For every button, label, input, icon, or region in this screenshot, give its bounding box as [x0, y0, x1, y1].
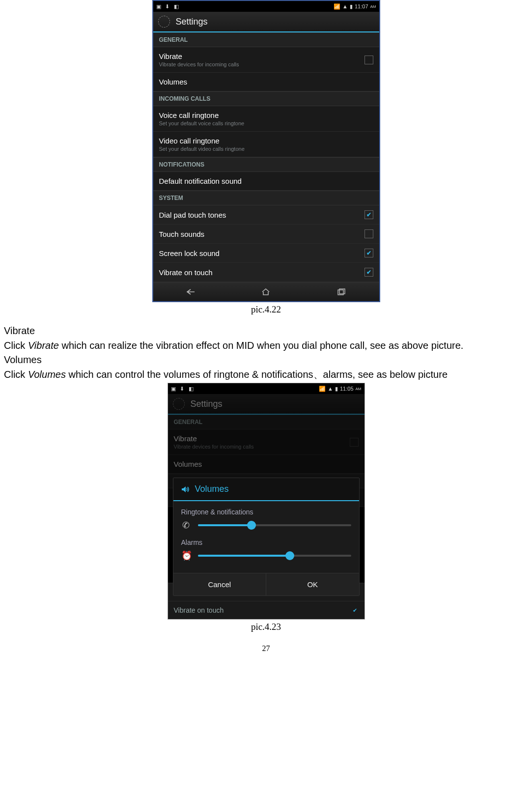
clock-ampm: AM — [370, 4, 376, 9]
bg-checkbox-vibrate — [350, 438, 359, 447]
ok-button[interactable]: OK — [266, 573, 359, 595]
clock-time: 11:07 — [355, 3, 368, 9]
body-vibrate-paragraph: Click Vibrate which can realize the vibr… — [0, 340, 532, 352]
row-vibtouch-title: Vibrate on touch — [159, 268, 213, 277]
status-notification-icon: ▣ — [156, 3, 162, 9]
row-volumes[interactable]: Volumes — [153, 73, 379, 91]
row-default-notification[interactable]: Default notification sound — [153, 172, 379, 191]
status-app-icon: ◧ — [189, 386, 195, 392]
section-general: GENERAL — [153, 32, 379, 47]
row-vibrate-on-touch[interactable]: Vibrate on touch — [153, 263, 379, 282]
wifi-icon: 📶 — [319, 386, 326, 392]
gear-icon — [158, 16, 170, 28]
section-system: SYSTEM — [153, 191, 379, 205]
body-volumes-heading: Volumes — [0, 354, 532, 367]
row-video-title: Video call ringtone — [159, 137, 245, 145]
page-number: 27 — [0, 644, 532, 653]
signal-icon: ▲ — [328, 386, 333, 392]
slider-ringtone[interactable] — [198, 524, 351, 526]
slider-ringtone-fill — [198, 524, 252, 526]
app-title: Settings — [176, 17, 208, 27]
battery-icon: ▮ — [335, 386, 338, 392]
body-volumes-paragraph: Click Volumes which can control the volu… — [0, 368, 532, 381]
cancel-button[interactable]: Cancel — [173, 573, 267, 595]
slider-alarms-thumb[interactable] — [285, 551, 294, 560]
signal-icon: ▲ — [342, 3, 348, 9]
row-dialpad-title: Dial pad touch tones — [159, 211, 226, 219]
back-button[interactable] — [184, 286, 197, 297]
app-title-2: Settings — [191, 399, 223, 409]
clock-ampm-2: AM — [356, 387, 362, 391]
bg-row-vibtouch: Vibrate on touch — [168, 601, 364, 619]
row-default-notification-title: Default notification sound — [159, 177, 242, 185]
section-incoming-calls: INCOMING CALLS — [153, 91, 379, 106]
row-dialpad-tones[interactable]: Dial pad touch tones — [153, 205, 379, 225]
bg-check-vibtouch — [352, 607, 359, 614]
body-vibrate-heading: Vibrate — [0, 325, 532, 338]
recent-apps-button[interactable] — [335, 286, 348, 297]
row-vibrate[interactable]: Vibrate Vibrate devices for incoming cal… — [153, 47, 379, 73]
status-bar: ▣ ⬇ ◧ 📶 ▲ ▮ 11:07 AM — [153, 1, 379, 12]
label-ringtone: Ringtone & notifications — [181, 508, 351, 516]
row-vibrate-subtitle: Vibrate devices for incoming calls — [159, 61, 239, 67]
row-lock-title: Screen lock sound — [159, 249, 220, 257]
bg-row-volumes: Volumes — [168, 455, 364, 474]
battery-icon: ▮ — [350, 3, 353, 10]
alarm-icon: ⏰ — [181, 550, 191, 561]
status-download-icon: ⬇ — [165, 3, 171, 9]
app-header-2: Settings — [168, 394, 364, 415]
speaker-icon — [180, 484, 190, 494]
app-header: Settings — [153, 12, 379, 32]
checkbox-vibrate[interactable] — [364, 56, 373, 64]
row-voice-title: Voice call ringtone — [159, 111, 245, 119]
status-download-icon: ⬇ — [180, 386, 186, 392]
row-video-subtitle: Set your default video calls ringtone — [159, 146, 245, 152]
gear-icon — [173, 398, 185, 410]
phone-icon: ✆ — [181, 520, 191, 531]
slider-alarms-fill — [198, 555, 290, 557]
caption-1: pic.4.22 — [0, 304, 532, 315]
row-touch-title: Touch sounds — [159, 230, 205, 238]
checkbox-lock[interactable] — [364, 249, 373, 257]
slider-alarms[interactable] — [198, 555, 351, 557]
volumes-dialog: Volumes Ringtone & notifications ✆ Alarm… — [173, 478, 360, 596]
status-bar-2: ▣ ⬇ ◧ 📶 ▲ ▮ 11:05 AM — [168, 383, 364, 394]
row-screen-lock-sound[interactable]: Screen lock sound — [153, 244, 379, 263]
row-voice-subtitle: Set your default voice calls ringtone — [159, 120, 245, 126]
slider-ringtone-thumb[interactable] — [247, 521, 256, 530]
dialog-header: Volumes — [173, 478, 359, 501]
checkbox-dialpad[interactable] — [364, 210, 373, 219]
clock-time-2: 11:05 — [340, 386, 354, 392]
row-voice-ringtone[interactable]: Voice call ringtone Set your default voi… — [153, 106, 379, 132]
status-notification-icon: ▣ — [171, 386, 177, 392]
status-app-icon: ◧ — [174, 3, 180, 9]
bg-row-vibrate: Vibrate Vibrate devices for incoming cal… — [168, 429, 364, 455]
row-video-ringtone[interactable]: Video call ringtone Set your default vid… — [153, 132, 379, 157]
dialog-title: Volumes — [195, 484, 229, 494]
bg-section-general: GENERAL — [168, 415, 364, 429]
screenshot-volumes-dialog: ▣ ⬇ ◧ 📶 ▲ ▮ 11:05 AM Settings GENERAL Vi… — [168, 383, 365, 620]
checkbox-touch[interactable] — [364, 229, 373, 238]
screenshot-settings-sound: ▣ ⬇ ◧ 📶 ▲ ▮ 11:07 AM Settings GENERAL Vi… — [152, 0, 380, 302]
row-vibrate-title: Vibrate — [159, 52, 239, 60]
section-notifications: NOTIFICATIONS — [153, 157, 379, 172]
row-volumes-title: Volumes — [159, 78, 188, 86]
label-alarms: Alarms — [181, 538, 351, 546]
caption-2: pic.4.23 — [0, 622, 532, 632]
home-button[interactable] — [259, 286, 273, 297]
wifi-icon: 📶 — [334, 3, 340, 10]
navigation-bar — [153, 282, 379, 301]
row-touch-sounds[interactable]: Touch sounds — [153, 225, 379, 244]
checkbox-vibtouch[interactable] — [364, 268, 373, 277]
